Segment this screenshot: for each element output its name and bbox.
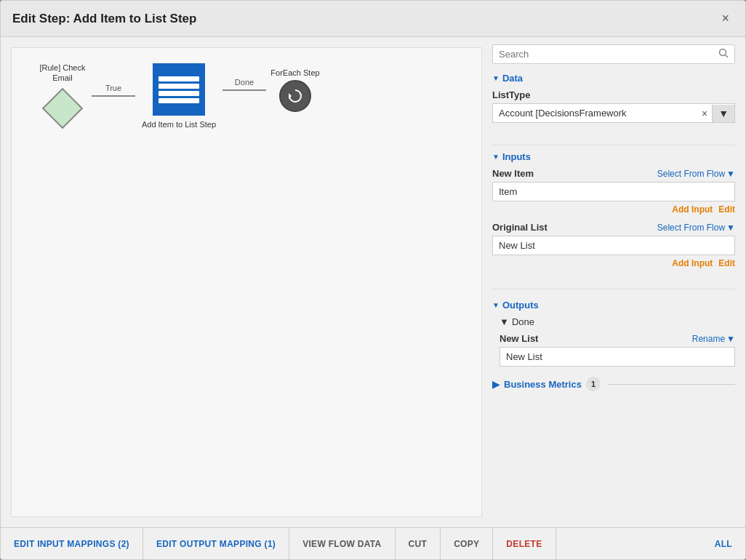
list-step-group: Add Item to List Step [135,63,222,129]
canvas-area: [Rule] CheckEmail True Add Ite [11,47,482,517]
add-input-2-button[interactable]: Add Input [672,258,713,268]
select-from-flow-1[interactable]: Select From Flow ▼ [657,169,735,179]
list-line-2 [159,84,199,89]
divider-1 [492,145,735,145]
edit-1-button[interactable]: Edit [718,204,735,215]
new-item-row: New Item Select From Flow ▼ [492,168,735,179]
list-type-label: ListType [492,89,735,100]
inputs-section-label: Inputs [502,151,531,162]
select-from-flow-2-arrow: ▼ [726,223,735,233]
search-box[interactable] [492,44,735,64]
search-icon [718,48,729,60]
svg-line-2 [726,55,729,58]
rule-node-group: [Rule] CheckEmail [33,63,92,130]
connector-done: Done [222,89,266,91]
select-from-flow-2[interactable]: Select From Flow ▼ [657,223,735,233]
original-list-row: Original List Select From Flow ▼ [492,222,735,233]
line-true [92,95,135,97]
data-section: ▼ Data ListType Account [DecisionsFramew… [492,73,735,132]
modal-body: [Rule] CheckEmail True Add Ite [1,37,745,527]
search-input[interactable] [499,49,718,60]
modal-footer: EDIT INPUT MAPPINGS (2) EDIT OUTPUT MAPP… [1,527,745,559]
list-step-label: Add Item to List Step [135,120,222,129]
modal-header: Edit Step: Add Item to List Step × [1,1,745,37]
foreach-label: ForEach Step [266,68,324,77]
connector-true: True [92,95,135,97]
original-list-input[interactable] [492,236,735,255]
rule-node-label: [Rule] CheckEmail [33,63,92,84]
original-list-label: Original List [492,222,548,233]
business-metrics-row[interactable]: ▶ Business Metrics 1 [492,377,735,391]
flow-row: [Rule] CheckEmail True Add Ite [33,77,482,130]
done-header[interactable]: ▼ Done [500,316,735,327]
list-type-value: Account [DecisionsFramework [493,104,697,122]
outputs-section: ▼ Outputs ▼ Done New List Rename ▼ [492,300,735,369]
list-line-3 [159,91,199,96]
modal-title: Edit Step: Add Item to List Step [12,12,196,26]
outputs-arrow-icon: ▼ [492,301,500,309]
rename-arrow-icon: ▼ [726,334,735,344]
list-step-box[interactable] [153,63,205,116]
data-arrow-icon: ▼ [492,74,500,82]
rename-row: New List Rename ▼ [500,333,735,344]
select-from-flow-1-label: Select From Flow [657,169,725,179]
list-line-1 [159,76,199,81]
list-type-clear-icon[interactable]: × [697,105,712,122]
rule-diamond-shape [42,87,84,129]
copy-button[interactable]: COPY [441,528,493,559]
close-button[interactable]: × [717,9,734,28]
business-metrics-line [608,384,735,385]
inputs-section: ▼ Inputs New Item Select From Flow ▼ Add… [492,151,735,276]
new-item-label: New Item [492,168,534,179]
done-label: Done [235,78,254,87]
modal: Edit Step: Add Item to List Step × [Rule… [0,0,746,560]
select-from-flow-2-label: Select From Flow [657,223,725,233]
new-list-output-input[interactable] [500,347,735,367]
list-line-4 [159,98,199,103]
new-item-actions: Add Input Edit [492,204,735,215]
all-button[interactable]: ALL [702,528,745,559]
business-metrics-count: 1 [586,377,601,391]
new-item-input[interactable] [492,182,735,201]
business-metrics-arrow-icon: ▶ [492,379,500,390]
outputs-section-header[interactable]: ▼ Outputs [492,300,735,311]
add-input-1-button[interactable]: Add Input [672,204,713,215]
right-panel: ▼ Data ListType Account [DecisionsFramew… [482,37,745,399]
divider-2 [492,289,735,289]
edit-2-button[interactable]: Edit [718,258,735,268]
select-from-flow-1-arrow: ▼ [726,169,735,179]
edit-input-mappings-button[interactable]: EDIT INPUT MAPPINGS (2) [1,528,143,559]
list-type-input[interactable]: Account [DecisionsFramework × ▼ [492,103,735,123]
original-list-actions: Add Input Edit [492,258,735,268]
list-type-dropdown-icon[interactable]: ▼ [712,105,734,122]
true-label: True [105,84,121,92]
inputs-section-header[interactable]: ▼ Inputs [492,151,735,162]
new-list-output-label: New List [500,333,538,344]
list-type-row: ListType Account [DecisionsFramework × ▼ [492,89,735,123]
inputs-arrow-icon: ▼ [492,153,500,161]
right-panel-wrapper: ▼ Data ListType Account [DecisionsFramew… [482,37,745,527]
foreach-node-group: ForEach Step [266,68,324,112]
cut-button[interactable]: CUT [396,528,441,559]
data-section-header[interactable]: ▼ Data [492,73,735,84]
outputs-section-label: Outputs [502,300,539,311]
done-label: Done [512,316,534,327]
edit-output-mapping-button[interactable]: EDIT OUTPUT MAPPING (1) [143,528,289,559]
foreach-circle [279,80,311,112]
view-flow-data-button[interactable]: VIEW FLOW DATA [289,528,395,559]
rename-button[interactable]: Rename ▼ [692,334,735,344]
svg-point-1 [720,49,726,56]
done-arrow-icon: ▼ [500,316,509,327]
delete-button[interactable]: DELETE [493,528,556,559]
line-done [222,89,266,91]
rename-label: Rename [692,334,725,344]
data-section-label: Data [502,73,523,84]
business-metrics-label: Business Metrics [504,379,582,390]
